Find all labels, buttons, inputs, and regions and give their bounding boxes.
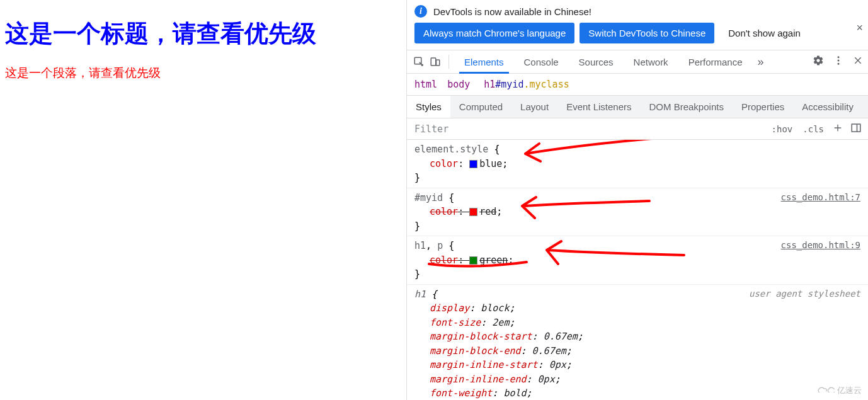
rule-prop: margin-block-end xyxy=(430,345,521,357)
rule-prop: margin-inline-end xyxy=(430,374,527,385)
styles-subtabs: Styles Computed Layout Event Listeners D… xyxy=(407,96,868,118)
close-devtools-icon[interactable] xyxy=(853,55,863,68)
rule-prop[interactable]: color xyxy=(430,206,458,217)
subtab-styles[interactable]: Styles xyxy=(407,96,450,118)
rule-selector: #myid xyxy=(414,192,443,203)
rule-selector: element.style xyxy=(414,144,488,155)
rule-value: 2em xyxy=(492,317,509,328)
watermark: 亿速云 xyxy=(817,385,862,396)
rule-value: 0.67em xyxy=(544,331,578,342)
language-notice-text: DevTools is now available in Chinese! xyxy=(433,6,591,17)
rendered-page: 这是一个标题，请查看优先级 这是一个段落，请查看优先级 xyxy=(0,0,406,400)
ua-stylesheet-label: user agent stylesheet xyxy=(749,287,860,300)
devtools-tabs: Elements Console Sources Network Perform… xyxy=(407,50,868,74)
toggle-sidebar-icon[interactable] xyxy=(847,122,865,136)
rule-prop: font-weight xyxy=(430,387,492,399)
breadcrumb-html[interactable]: html xyxy=(414,79,437,90)
rule-prop[interactable]: color xyxy=(430,254,458,266)
svg-point-4 xyxy=(838,60,840,62)
styles-rules: element.style { color: blue; } css_demo.… xyxy=(407,140,868,400)
rule-prop: margin-inline-start xyxy=(430,359,538,370)
style-rule-myid[interactable]: css_demo.html:7 #myid { color: red; } xyxy=(407,188,868,237)
subtab-dom-breakpoints[interactable]: DOM Breakpoints xyxy=(641,96,733,118)
breadcrumb: html body h1#myid.myclass xyxy=(407,74,868,96)
tab-performance[interactable]: Performance xyxy=(680,50,751,73)
inspect-element-icon[interactable] xyxy=(412,55,426,69)
svg-rect-2 xyxy=(437,60,440,66)
style-rule-element[interactable]: element.style { color: blue; } xyxy=(407,140,868,188)
style-rule-ua: user agent stylesheet h1 { display: bloc… xyxy=(407,285,868,401)
cls-toggle[interactable]: .cls xyxy=(797,124,829,134)
breadcrumb-tag: h1 xyxy=(484,79,495,90)
rule-prop[interactable]: color xyxy=(430,158,458,169)
subtab-layout[interactable]: Layout xyxy=(511,96,557,118)
svg-rect-6 xyxy=(852,124,860,132)
rule-value: bold xyxy=(503,387,526,399)
color-swatch-icon[interactable] xyxy=(469,256,477,265)
device-toolbar-icon[interactable] xyxy=(428,55,442,69)
devtools-panel: i DevTools is now available in Chinese! … xyxy=(406,0,868,400)
new-style-rule-icon[interactable] xyxy=(829,123,847,135)
tabs-separator xyxy=(448,55,449,69)
breadcrumb-id: #myid xyxy=(495,79,523,90)
tab-elements[interactable]: Elements xyxy=(455,50,513,73)
dismiss-language-button[interactable]: Don't show again xyxy=(719,23,809,43)
breadcrumb-class: .myclass xyxy=(523,79,569,90)
more-options-icon[interactable] xyxy=(833,55,844,69)
settings-icon[interactable] xyxy=(813,55,824,69)
rule-selector: h1 xyxy=(414,240,426,251)
language-notice-bar: i DevTools is now available in Chinese! … xyxy=(407,0,868,20)
rule-value: 0px xyxy=(538,374,555,385)
rule-value: 0px xyxy=(549,359,566,370)
rule-prop: margin-block-start xyxy=(430,331,532,342)
rule-selector: p xyxy=(437,240,443,251)
styles-filter-row: :hov .cls xyxy=(407,118,868,140)
watermark-text: 亿速云 xyxy=(837,385,862,396)
match-language-button[interactable]: Always match Chrome's language xyxy=(414,23,574,43)
rule-value: block xyxy=(481,302,509,314)
subtab-accessibility[interactable]: Accessibility xyxy=(793,96,862,118)
style-rule-h1p[interactable]: css_demo.html:9 h1, p { color: green; } xyxy=(407,236,868,285)
rule-value[interactable]: red xyxy=(479,206,496,217)
styles-filter-input[interactable] xyxy=(414,123,767,135)
svg-rect-1 xyxy=(431,58,436,66)
rule-source-link[interactable]: css_demo.html:9 xyxy=(781,239,860,252)
tab-console[interactable]: Console xyxy=(515,50,568,73)
close-notice-icon[interactable]: × xyxy=(856,21,863,35)
color-swatch-icon[interactable] xyxy=(469,208,477,216)
tab-network[interactable]: Network xyxy=(625,50,677,73)
tabs-more-icon[interactable]: » xyxy=(754,55,768,69)
switch-language-button[interactable]: Switch DevTools to Chinese xyxy=(580,23,714,43)
svg-point-5 xyxy=(838,63,840,65)
info-icon: i xyxy=(414,5,427,18)
subtab-event-listeners[interactable]: Event Listeners xyxy=(557,96,640,118)
language-buttons: Always match Chrome's language Switch De… xyxy=(407,20,868,50)
page-paragraph: 这是一个段落，请查看优先级 xyxy=(5,65,401,81)
page-heading: 这是一个标题，请查看优先级 xyxy=(5,18,401,50)
breadcrumb-selected[interactable]: h1#myid.myclass xyxy=(480,77,573,91)
tab-sources[interactable]: Sources xyxy=(570,50,622,73)
rule-value[interactable]: blue xyxy=(479,158,502,169)
subtab-computed[interactable]: Computed xyxy=(450,96,511,118)
hov-toggle[interactable]: :hov xyxy=(767,124,798,134)
svg-point-3 xyxy=(838,56,840,58)
rule-selector: h1 xyxy=(414,289,426,300)
rule-value[interactable]: green xyxy=(479,254,508,266)
rule-value: 0.67em xyxy=(532,345,566,357)
rule-prop: display xyxy=(430,302,469,314)
color-swatch-icon[interactable] xyxy=(469,160,477,168)
subtab-properties[interactable]: Properties xyxy=(733,96,793,118)
rule-source-link[interactable]: css_demo.html:7 xyxy=(781,191,860,204)
rule-prop: font-size xyxy=(430,317,481,328)
tabs-right-controls xyxy=(813,55,863,69)
breadcrumb-body[interactable]: body xyxy=(447,79,470,90)
